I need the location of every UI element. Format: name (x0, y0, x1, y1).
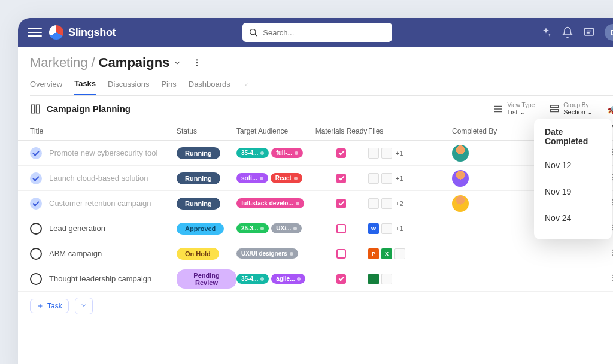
file-more-count[interactable]: +1 (396, 150, 403, 157)
task-checkbox[interactable] (30, 273, 42, 285)
file-more-count[interactable]: +1 (396, 225, 403, 232)
task-title[interactable]: Launch cloud-based solution (49, 174, 177, 183)
file-thumb[interactable] (381, 223, 392, 234)
col-materials[interactable]: Materials Ready (314, 127, 368, 135)
files-cell[interactable]: +1 (368, 173, 452, 184)
tag-pill[interactable]: 35-4... (236, 148, 269, 158)
bell-icon[interactable] (562, 26, 573, 38)
rocket-icon[interactable]: 🚀 (607, 103, 613, 114)
task-title[interactable]: Customer retention campaign (49, 199, 177, 208)
tab-dashboards[interactable]: Dashboards (189, 80, 230, 95)
popover-item[interactable]: Nov 19 (534, 178, 612, 205)
materials-checkbox[interactable] (336, 224, 346, 233)
status-badge[interactable]: Running (177, 198, 220, 210)
chat-icon[interactable] (583, 26, 595, 38)
table-row[interactable]: Launch cloud-based solutionRunningsoft..… (18, 166, 613, 191)
file-thumb[interactable] (368, 173, 379, 184)
materials-checkbox[interactable] (336, 274, 346, 284)
files-cell[interactable]: +2 (368, 198, 452, 209)
row-more-icon[interactable] (606, 248, 613, 259)
task-title[interactable]: Promote new cybersecurity tool (49, 148, 177, 157)
file-icon[interactable]: P (368, 248, 379, 259)
row-more-icon[interactable] (606, 274, 613, 284)
file-thumb[interactable] (368, 198, 379, 209)
menu-icon[interactable] (28, 25, 42, 40)
table-row[interactable]: Lead generationApproved25-3...UX/...W+1 (18, 216, 613, 241)
tag-pill[interactable]: full-stack develo... (236, 198, 304, 208)
files-cell[interactable] (368, 274, 452, 284)
add-task-dropdown[interactable] (75, 298, 93, 314)
file-icon[interactable]: W (368, 223, 379, 234)
target-audience-cell[interactable]: 25-3...UX/... (236, 223, 314, 233)
user-avatar[interactable]: D (605, 24, 613, 41)
status-badge[interactable]: Running (177, 172, 220, 184)
task-title[interactable]: Thought leadership campaign (49, 274, 177, 283)
target-audience-cell[interactable]: full-stack develo... (236, 198, 314, 208)
breadcrumb-parent[interactable]: Marketing (30, 55, 88, 71)
file-thumb[interactable] (381, 173, 392, 184)
file-more-count[interactable]: +1 (396, 175, 403, 182)
materials-checkbox[interactable] (336, 148, 346, 158)
table-row[interactable]: ABM campaignOn HoldUX/UI designersPX (18, 241, 613, 266)
tab-pins[interactable]: Pins (161, 80, 176, 95)
file-thumb[interactable] (394, 248, 405, 259)
task-title[interactable]: Lead generation (49, 224, 177, 233)
sparkle-icon[interactable] (540, 26, 552, 38)
tab-discussions[interactable]: Discussions (108, 80, 149, 95)
more-icon[interactable] (192, 58, 202, 68)
assignee-avatar[interactable] (452, 195, 469, 212)
chevron-down-icon[interactable] (173, 59, 181, 67)
file-more-count[interactable]: +2 (396, 200, 403, 207)
col-status[interactable]: Status (177, 127, 236, 135)
popover-item[interactable]: Nov 12 (534, 152, 612, 178)
file-thumb[interactable] (381, 274, 392, 284)
status-badge[interactable]: On Hold (177, 248, 219, 260)
status-badge[interactable]: Approved (177, 223, 224, 235)
tag-pill[interactable]: soft... (236, 173, 268, 183)
breadcrumb-current[interactable]: Campaigns (99, 55, 170, 71)
view-type-control[interactable]: View Type List ⌄ (493, 102, 535, 116)
pencil-icon[interactable] (242, 83, 251, 92)
search-input[interactable] (263, 28, 386, 37)
materials-checkbox[interactable] (336, 249, 346, 259)
file-icon[interactable] (368, 274, 379, 284)
tag-pill[interactable]: 25-3... (236, 223, 269, 233)
file-thumb[interactable] (381, 148, 392, 159)
file-thumb[interactable] (381, 198, 392, 209)
table-row[interactable]: Customer retention campaignRunningfull-s… (18, 191, 613, 216)
add-task-button[interactable]: Task (30, 299, 69, 313)
status-badge[interactable]: Running (177, 147, 220, 159)
assignee-avatar[interactable] (452, 145, 469, 162)
col-completed-by[interactable]: Completed By (452, 127, 506, 135)
status-badge[interactable]: Pending Review (177, 269, 236, 289)
task-checkbox[interactable] (30, 198, 42, 210)
group-by-control[interactable]: Group By Section ⌄ (549, 102, 593, 116)
tag-pill[interactable]: UX/UI designers (236, 248, 298, 259)
col-target[interactable]: Target Audience (236, 127, 314, 135)
search-input-wrap[interactable] (242, 23, 392, 42)
tag-pill[interactable]: UX/... (271, 223, 302, 233)
file-icon[interactable]: X (381, 248, 392, 259)
tab-overview[interactable]: Overview (30, 80, 62, 95)
files-cell[interactable]: +1 (368, 148, 452, 159)
tag-pill[interactable]: 35-4... (236, 274, 269, 284)
tag-pill[interactable]: React (271, 173, 302, 183)
tag-pill[interactable]: full-... (271, 148, 303, 158)
tag-pill[interactable]: agile... (271, 274, 305, 284)
files-cell[interactable]: PX (368, 248, 452, 259)
materials-checkbox[interactable] (336, 199, 346, 208)
target-audience-cell[interactable]: soft...React (236, 173, 314, 183)
target-audience-cell[interactable]: 35-4...agile... (236, 274, 314, 284)
col-files[interactable]: Files (368, 127, 452, 135)
assignee-avatar[interactable] (452, 170, 469, 187)
tab-tasks[interactable]: Tasks (74, 79, 96, 95)
task-title[interactable]: ABM campaign (49, 249, 177, 258)
files-cell[interactable]: W+1 (368, 223, 452, 234)
task-checkbox[interactable] (30, 248, 42, 260)
brand[interactable]: Slingshot (49, 25, 116, 40)
popover-item[interactable]: Nov 24 (534, 205, 612, 231)
target-audience-cell[interactable]: 35-4...full-... (236, 148, 314, 158)
table-row[interactable]: Promote new cybersecurity toolRunning35-… (18, 141, 613, 166)
target-audience-cell[interactable]: UX/UI designers (236, 248, 314, 259)
task-checkbox[interactable] (30, 147, 42, 159)
